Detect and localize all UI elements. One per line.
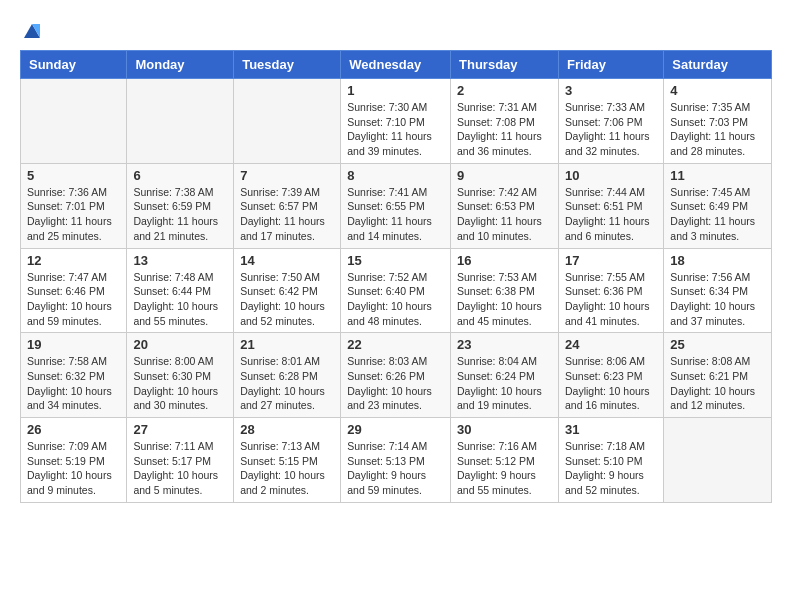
- day-info: Sunrise: 7:48 AM Sunset: 6:44 PM Dayligh…: [133, 270, 227, 329]
- day-info: Sunrise: 8:01 AM Sunset: 6:28 PM Dayligh…: [240, 354, 334, 413]
- calendar-cell: 31Sunrise: 7:18 AM Sunset: 5:10 PM Dayli…: [558, 418, 663, 503]
- day-info: Sunrise: 7:45 AM Sunset: 6:49 PM Dayligh…: [670, 185, 765, 244]
- day-info: Sunrise: 7:58 AM Sunset: 6:32 PM Dayligh…: [27, 354, 120, 413]
- day-info: Sunrise: 7:14 AM Sunset: 5:13 PM Dayligh…: [347, 439, 444, 498]
- calendar-cell: 1Sunrise: 7:30 AM Sunset: 7:10 PM Daylig…: [341, 79, 451, 164]
- day-number: 31: [565, 422, 657, 437]
- day-info: Sunrise: 8:08 AM Sunset: 6:21 PM Dayligh…: [670, 354, 765, 413]
- day-number: 14: [240, 253, 334, 268]
- day-number: 8: [347, 168, 444, 183]
- calendar-header-row: SundayMondayTuesdayWednesdayThursdayFrid…: [21, 51, 772, 79]
- calendar-cell: 5Sunrise: 7:36 AM Sunset: 7:01 PM Daylig…: [21, 163, 127, 248]
- weekday-header-sunday: Sunday: [21, 51, 127, 79]
- calendar-cell: [127, 79, 234, 164]
- day-number: 19: [27, 337, 120, 352]
- day-info: Sunrise: 7:41 AM Sunset: 6:55 PM Dayligh…: [347, 185, 444, 244]
- day-number: 22: [347, 337, 444, 352]
- day-number: 25: [670, 337, 765, 352]
- day-number: 18: [670, 253, 765, 268]
- day-number: 21: [240, 337, 334, 352]
- weekday-header-tuesday: Tuesday: [234, 51, 341, 79]
- day-info: Sunrise: 7:11 AM Sunset: 5:17 PM Dayligh…: [133, 439, 227, 498]
- day-info: Sunrise: 7:39 AM Sunset: 6:57 PM Dayligh…: [240, 185, 334, 244]
- calendar-cell: 6Sunrise: 7:38 AM Sunset: 6:59 PM Daylig…: [127, 163, 234, 248]
- calendar-cell: 23Sunrise: 8:04 AM Sunset: 6:24 PM Dayli…: [451, 333, 559, 418]
- calendar-cell: 13Sunrise: 7:48 AM Sunset: 6:44 PM Dayli…: [127, 248, 234, 333]
- day-info: Sunrise: 7:56 AM Sunset: 6:34 PM Dayligh…: [670, 270, 765, 329]
- calendar-cell: 9Sunrise: 7:42 AM Sunset: 6:53 PM Daylig…: [451, 163, 559, 248]
- day-info: Sunrise: 8:00 AM Sunset: 6:30 PM Dayligh…: [133, 354, 227, 413]
- calendar-cell: 7Sunrise: 7:39 AM Sunset: 6:57 PM Daylig…: [234, 163, 341, 248]
- weekday-header-saturday: Saturday: [664, 51, 772, 79]
- calendar-cell: 3Sunrise: 7:33 AM Sunset: 7:06 PM Daylig…: [558, 79, 663, 164]
- day-number: 10: [565, 168, 657, 183]
- day-info: Sunrise: 7:53 AM Sunset: 6:38 PM Dayligh…: [457, 270, 552, 329]
- day-number: 2: [457, 83, 552, 98]
- day-number: 15: [347, 253, 444, 268]
- calendar-cell: 25Sunrise: 8:08 AM Sunset: 6:21 PM Dayli…: [664, 333, 772, 418]
- calendar-cell: 12Sunrise: 7:47 AM Sunset: 6:46 PM Dayli…: [21, 248, 127, 333]
- day-number: 27: [133, 422, 227, 437]
- calendar-week-row: 12Sunrise: 7:47 AM Sunset: 6:46 PM Dayli…: [21, 248, 772, 333]
- day-info: Sunrise: 7:47 AM Sunset: 6:46 PM Dayligh…: [27, 270, 120, 329]
- calendar-cell: 30Sunrise: 7:16 AM Sunset: 5:12 PM Dayli…: [451, 418, 559, 503]
- day-number: 29: [347, 422, 444, 437]
- weekday-header-wednesday: Wednesday: [341, 51, 451, 79]
- day-number: 28: [240, 422, 334, 437]
- day-number: 16: [457, 253, 552, 268]
- calendar-cell: 15Sunrise: 7:52 AM Sunset: 6:40 PM Dayli…: [341, 248, 451, 333]
- day-info: Sunrise: 7:52 AM Sunset: 6:40 PM Dayligh…: [347, 270, 444, 329]
- day-info: Sunrise: 7:31 AM Sunset: 7:08 PM Dayligh…: [457, 100, 552, 159]
- calendar-cell: 8Sunrise: 7:41 AM Sunset: 6:55 PM Daylig…: [341, 163, 451, 248]
- day-number: 1: [347, 83, 444, 98]
- calendar-week-row: 5Sunrise: 7:36 AM Sunset: 7:01 PM Daylig…: [21, 163, 772, 248]
- day-info: Sunrise: 7:18 AM Sunset: 5:10 PM Dayligh…: [565, 439, 657, 498]
- day-number: 7: [240, 168, 334, 183]
- day-info: Sunrise: 7:16 AM Sunset: 5:12 PM Dayligh…: [457, 439, 552, 498]
- day-info: Sunrise: 7:44 AM Sunset: 6:51 PM Dayligh…: [565, 185, 657, 244]
- calendar-cell: 27Sunrise: 7:11 AM Sunset: 5:17 PM Dayli…: [127, 418, 234, 503]
- day-number: 6: [133, 168, 227, 183]
- day-number: 13: [133, 253, 227, 268]
- calendar-cell: [664, 418, 772, 503]
- day-info: Sunrise: 7:38 AM Sunset: 6:59 PM Dayligh…: [133, 185, 227, 244]
- weekday-header-friday: Friday: [558, 51, 663, 79]
- day-number: 30: [457, 422, 552, 437]
- day-info: Sunrise: 8:03 AM Sunset: 6:26 PM Dayligh…: [347, 354, 444, 413]
- calendar-cell: [234, 79, 341, 164]
- day-number: 11: [670, 168, 765, 183]
- day-info: Sunrise: 8:06 AM Sunset: 6:23 PM Dayligh…: [565, 354, 657, 413]
- day-info: Sunrise: 7:35 AM Sunset: 7:03 PM Dayligh…: [670, 100, 765, 159]
- logo: [20, 20, 42, 40]
- day-number: 23: [457, 337, 552, 352]
- calendar-cell: 11Sunrise: 7:45 AM Sunset: 6:49 PM Dayli…: [664, 163, 772, 248]
- day-number: 26: [27, 422, 120, 437]
- day-info: Sunrise: 7:36 AM Sunset: 7:01 PM Dayligh…: [27, 185, 120, 244]
- calendar-cell: 4Sunrise: 7:35 AM Sunset: 7:03 PM Daylig…: [664, 79, 772, 164]
- calendar-cell: [21, 79, 127, 164]
- calendar-table: SundayMondayTuesdayWednesdayThursdayFrid…: [20, 50, 772, 503]
- day-number: 17: [565, 253, 657, 268]
- calendar-week-row: 19Sunrise: 7:58 AM Sunset: 6:32 PM Dayli…: [21, 333, 772, 418]
- calendar-cell: 28Sunrise: 7:13 AM Sunset: 5:15 PM Dayli…: [234, 418, 341, 503]
- day-info: Sunrise: 7:42 AM Sunset: 6:53 PM Dayligh…: [457, 185, 552, 244]
- calendar-cell: 17Sunrise: 7:55 AM Sunset: 6:36 PM Dayli…: [558, 248, 663, 333]
- day-info: Sunrise: 8:04 AM Sunset: 6:24 PM Dayligh…: [457, 354, 552, 413]
- day-info: Sunrise: 7:13 AM Sunset: 5:15 PM Dayligh…: [240, 439, 334, 498]
- calendar-cell: 14Sunrise: 7:50 AM Sunset: 6:42 PM Dayli…: [234, 248, 341, 333]
- calendar-week-row: 1Sunrise: 7:30 AM Sunset: 7:10 PM Daylig…: [21, 79, 772, 164]
- day-number: 4: [670, 83, 765, 98]
- calendar-cell: 21Sunrise: 8:01 AM Sunset: 6:28 PM Dayli…: [234, 333, 341, 418]
- logo-icon: [22, 20, 42, 40]
- page-header: [20, 20, 772, 40]
- calendar-cell: 20Sunrise: 8:00 AM Sunset: 6:30 PM Dayli…: [127, 333, 234, 418]
- weekday-header-monday: Monday: [127, 51, 234, 79]
- day-number: 9: [457, 168, 552, 183]
- weekday-header-thursday: Thursday: [451, 51, 559, 79]
- day-number: 5: [27, 168, 120, 183]
- day-info: Sunrise: 7:30 AM Sunset: 7:10 PM Dayligh…: [347, 100, 444, 159]
- calendar-cell: 26Sunrise: 7:09 AM Sunset: 5:19 PM Dayli…: [21, 418, 127, 503]
- day-info: Sunrise: 7:33 AM Sunset: 7:06 PM Dayligh…: [565, 100, 657, 159]
- day-info: Sunrise: 7:09 AM Sunset: 5:19 PM Dayligh…: [27, 439, 120, 498]
- calendar-cell: 22Sunrise: 8:03 AM Sunset: 6:26 PM Dayli…: [341, 333, 451, 418]
